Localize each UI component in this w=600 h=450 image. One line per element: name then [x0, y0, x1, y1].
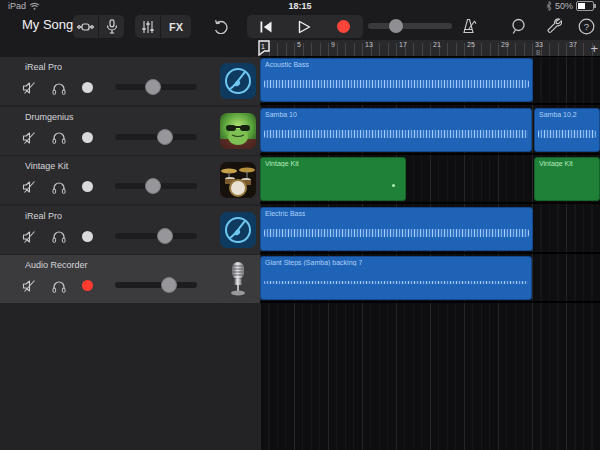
track-volume-knob[interactable]	[161, 277, 177, 293]
ruler-bar-number: 33	[535, 41, 543, 48]
record-enable-dot[interactable]	[82, 280, 93, 291]
timeline-lane-1[interactable]: Samba 10Samba 10.2	[260, 107, 600, 155]
region-label: Acoustic Bass	[265, 61, 309, 68]
record-enable-dot[interactable]	[82, 231, 93, 242]
audio-waveform	[264, 130, 528, 138]
mute-icon[interactable]	[21, 80, 37, 96]
timeline-lane-3[interactable]: Electric Bass	[260, 206, 600, 254]
mute-icon[interactable]	[21, 179, 37, 195]
ruler-bar-number: 29	[501, 41, 509, 48]
audio-waveform	[538, 130, 596, 138]
ruler-tick	[337, 43, 338, 56]
track-volume-knob[interactable]	[157, 129, 173, 145]
connector-icon	[77, 22, 94, 32]
record-enable-dot[interactable]	[82, 82, 93, 93]
track-row-ireal-pro[interactable]: iReal Pro	[0, 206, 260, 254]
track-name: Drumgenius	[25, 112, 74, 122]
mute-icon[interactable]	[21, 278, 37, 294]
status-bar: iPad 18:15 50%	[0, 0, 600, 13]
ruler-bar-number: 13	[365, 41, 373, 48]
ruler-tick	[286, 43, 287, 56]
record-button[interactable]	[331, 15, 356, 38]
region-vintage-kit[interactable]: Vintage Kit	[534, 157, 600, 201]
track-controls-button[interactable]	[135, 15, 160, 38]
region-acoustic-bass[interactable]: Acoustic Bass	[260, 58, 533, 102]
ruler-tick	[294, 43, 295, 56]
my-songs-button[interactable]: My Songs	[22, 17, 80, 32]
record-enable-dot[interactable]	[82, 132, 93, 143]
headphones-icon[interactable]	[51, 229, 67, 245]
headphones-icon[interactable]	[51, 80, 67, 96]
help-icon: ?	[578, 18, 595, 35]
headphones-icon[interactable]	[51, 179, 67, 195]
microphone-input-button[interactable]	[99, 15, 124, 38]
ruler-tick	[524, 43, 525, 56]
fx-button[interactable]: FX	[161, 15, 191, 38]
ruler-tick	[379, 43, 380, 56]
track-row-drumgenius[interactable]: Drumgenius	[0, 107, 260, 155]
playhead[interactable]: 1	[258, 40, 271, 56]
settings-button[interactable]	[543, 15, 565, 37]
ruler-tick	[303, 43, 304, 56]
ruler-tick	[277, 43, 278, 56]
track-volume-knob[interactable]	[157, 228, 173, 244]
ruler-tick	[447, 43, 448, 56]
mute-icon[interactable]	[21, 130, 37, 146]
record-enable-dot[interactable]	[82, 181, 93, 192]
track-row-vintage-kit[interactable]: Vintage Kit	[0, 156, 260, 204]
undo-button[interactable]	[210, 16, 230, 36]
mute-icon[interactable]	[21, 229, 37, 245]
region-samba-10-2[interactable]: Samba 10.2	[534, 108, 600, 152]
track-volume-slider[interactable]	[115, 233, 197, 239]
svg-text:1: 1	[261, 43, 265, 50]
region-label: Giant Steps (Samba) backing 7	[265, 259, 362, 266]
battery-icon	[576, 1, 594, 11]
track-row-ireal-pro[interactable]: iReal Pro	[0, 57, 260, 105]
track-row-audio-recorder[interactable]: Audio Recorder	[0, 255, 260, 303]
play-button[interactable]	[292, 15, 317, 38]
help-button[interactable]: ?	[575, 15, 597, 37]
ruler-tick	[422, 43, 423, 56]
headphones-icon[interactable]	[51, 130, 67, 146]
timeline-lane-0[interactable]: Acoustic Bass	[260, 57, 600, 105]
record-icon	[336, 19, 351, 34]
track-volume-slider[interactable]	[115, 84, 197, 90]
track-volume-slider[interactable]	[115, 183, 197, 189]
timeline-ruler[interactable]: 15913172125293337B+1	[260, 40, 600, 57]
metronome-button[interactable]	[458, 15, 480, 37]
region-label: Samba 10	[265, 111, 297, 118]
vintage-kit-icon[interactable]	[220, 162, 256, 198]
region-label: Vintage Kit	[265, 160, 299, 167]
audio-recorder-icon[interactable]	[220, 261, 256, 297]
ruler-tick	[413, 43, 414, 56]
drumgenius-icon[interactable]	[220, 113, 256, 149]
master-volume-slider[interactable]	[368, 23, 452, 29]
track-volume-slider[interactable]	[115, 282, 197, 288]
timeline-area[interactable]: 15913172125293337B+1 Acoustic BassSamba …	[260, 40, 600, 450]
audio-waveform	[264, 229, 529, 237]
ruler-tick	[311, 43, 312, 56]
ruler-bar-number: 17	[399, 41, 407, 48]
master-volume-knob[interactable]	[389, 19, 403, 33]
track-volume-knob[interactable]	[145, 79, 161, 95]
track-volume-slider[interactable]	[115, 134, 197, 140]
ruler-tick	[532, 43, 533, 56]
region-electric-bass[interactable]: Electric Bass	[260, 207, 533, 251]
region-samba-10[interactable]: Samba 10	[260, 108, 532, 152]
ruler-bar-number: 37	[569, 41, 577, 48]
toolbar: iPad 18:15 50% My Songs	[0, 0, 600, 40]
headphones-icon[interactable]	[51, 278, 67, 294]
loop-browser-button[interactable]	[507, 15, 529, 37]
track-volume-knob[interactable]	[145, 178, 161, 194]
region-giant-steps-samba-backing-7[interactable]: Giant Steps (Samba) backing 7	[260, 256, 532, 300]
rewind-button[interactable]	[254, 15, 279, 38]
ireal-pro-icon[interactable]	[220, 63, 256, 99]
section-marker: B	[536, 49, 540, 56]
add-bars-button[interactable]: +	[590, 41, 598, 56]
timeline-lane-4[interactable]: Giant Steps (Samba) backing 7	[260, 255, 600, 303]
region-vintage-kit[interactable]: Vintage Kit	[260, 157, 406, 201]
ireal-pro-icon[interactable]	[220, 212, 256, 248]
timeline-lane-2[interactable]: Vintage KitVintage Kit	[260, 156, 600, 204]
instrument-connector-button[interactable]	[73, 15, 98, 38]
ruler-tick	[328, 43, 329, 56]
